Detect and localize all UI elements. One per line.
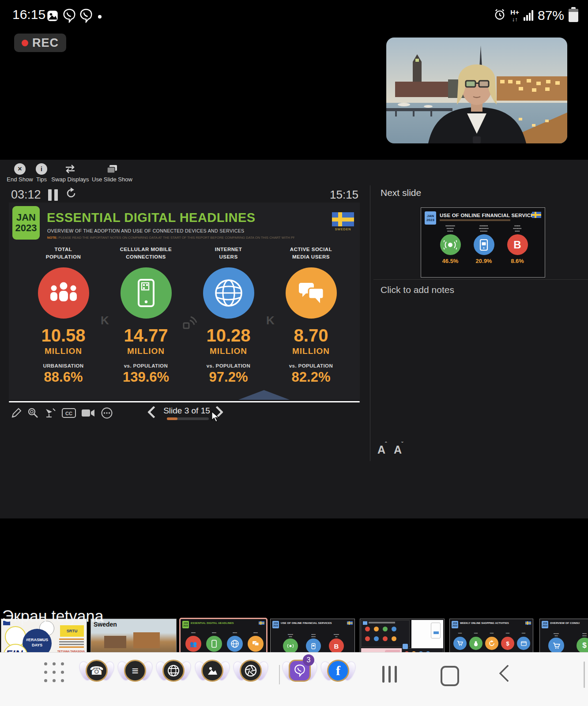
notes-divider — [373, 279, 588, 280]
next-slide-title: USE OF ONLINE FINANCIAL SERVICES — [440, 213, 538, 218]
camera-shutter-app-icon[interactable] — [236, 658, 265, 685]
contactless-payment-icon — [440, 234, 461, 255]
kepios-watermark-icon: K — [266, 314, 275, 327]
mobile-banking-icon — [474, 234, 494, 255]
facebook-app-icon[interactable]: f — [324, 658, 353, 685]
gsma-watermark-icon — [182, 315, 197, 333]
browser-globe-app-icon[interactable] — [159, 658, 188, 685]
globe-icon — [203, 267, 254, 319]
slide-progress-fill — [167, 417, 177, 420]
slide-corner-graphic — [238, 390, 290, 400]
notification-dot — [98, 15, 102, 19]
viber-app-icon[interactable]: 3 — [285, 658, 314, 685]
tips-button[interactable]: i Tips — [34, 163, 49, 183]
sweden-flag-icon — [259, 621, 264, 625]
srtu-badge: SRTU — [60, 625, 84, 637]
rec-label: REC — [32, 36, 59, 50]
edge-panel-handle[interactable] — [584, 661, 585, 688]
battery-percent: 87% — [538, 8, 564, 23]
swap-displays-button[interactable]: Swap Displays — [50, 163, 90, 183]
slide-subtitle: OVERVIEW OF THE ADOPTION AND USE OF CONN… — [47, 228, 244, 233]
slide-bottom-separator — [9, 401, 360, 402]
alarm-icon — [494, 8, 506, 23]
laser-pointer-tool-icon[interactable] — [44, 407, 57, 421]
sweden-flag-icon — [525, 621, 531, 625]
kepios-watermark-icon: K — [101, 314, 109, 327]
slide-position-label: Slide 3 of 15 — [162, 406, 211, 416]
stat-mobile-connections: CELLULAR MOBILECONNECTIONS 14.77 MILLION… — [105, 246, 187, 385]
use-slide-show-icon — [90, 163, 134, 175]
font-decrease-button[interactable]: Aˇ — [394, 443, 403, 456]
rec-red-dot — [22, 40, 28, 46]
viber-notification-icon — [63, 9, 76, 25]
video-camera-icon[interactable] — [81, 408, 95, 420]
android-nav-bar: ☎ ≡ 3 f — [0, 652, 588, 706]
gallery-app-icon[interactable] — [198, 658, 227, 685]
next-slide-header: Next slide — [381, 188, 421, 198]
elapsed-timer: 03:12 — [11, 188, 41, 202]
stat-total-population: TOTALPOPULATION 10.58 MILLION URBANISATI… — [22, 246, 105, 385]
screen-record-badge[interactable]: REC — [14, 34, 66, 52]
app-drawer-icon[interactable] — [44, 662, 65, 683]
viber-notification-badge: 3 — [303, 654, 314, 666]
presenter-scene — [386, 38, 567, 143]
end-show-button[interactable]: × End Show — [5, 163, 34, 183]
next-stat-contactless: ■■■■■■■■■■■■■■■■■■■ 46.5% — [433, 225, 467, 264]
use-slide-show-button[interactable]: Use Slide Show — [90, 163, 134, 183]
next-stat-cryptocurrency: ■■■■■■■■■■■■■■■■ B 8.6% — [501, 225, 534, 264]
screen: 16:15 H+↓↑ 87% REC — [0, 0, 588, 706]
gallery-notification-icon — [46, 10, 59, 24]
presenter-video[interactable] — [386, 38, 567, 143]
home-button[interactable] — [441, 666, 459, 686]
panel-divider — [370, 185, 370, 461]
screen-share-label: Экран tetyana — [2, 607, 104, 626]
font-increase-button[interactable]: Aˆ — [377, 443, 387, 456]
status-right-cluster: H+↓↑ 87% — [494, 8, 578, 23]
status-time: 16:15 — [12, 7, 45, 22]
closed-captions-icon[interactable]: CC — [62, 408, 76, 420]
slide-progress-track — [167, 417, 209, 420]
current-slide-canvas[interactable]: JAN2023 ESSENTIAL DIGITAL HEADLINES OVER… — [9, 203, 360, 400]
slide-note: NOTE: PLEASE READ THE IMPORTANT NOTES ON… — [47, 236, 294, 240]
pen-tool-icon[interactable] — [11, 407, 22, 421]
h-plus-network-icon: H+↓↑ — [510, 9, 519, 22]
mobile-phone-icon — [121, 267, 172, 319]
end-show-icon: × — [14, 163, 26, 175]
tips-icon: i — [36, 163, 47, 175]
stat-social-media-users: ACTIVE SOCIALMEDIA USERS 8.70 MILLION vs… — [270, 246, 352, 385]
swap-displays-icon — [50, 163, 90, 175]
next-slide-subtitle-blur — [440, 219, 510, 221]
svg-text:CC: CC — [65, 411, 72, 416]
people-icon — [38, 267, 89, 319]
messages-app-icon[interactable]: ≡ — [121, 658, 150, 685]
sweden-flag-label: SWEDEN — [332, 228, 354, 231]
mouse-cursor — [211, 411, 220, 423]
nav-separator — [279, 665, 280, 684]
notes-placeholder[interactable]: Click to add notes — [381, 285, 454, 295]
more-options-icon[interactable] — [101, 407, 113, 421]
back-button[interactable] — [499, 665, 516, 682]
slide-date-badge: JAN2023 — [12, 206, 40, 240]
sweden-flag-icon — [532, 212, 541, 218]
recents-button[interactable] — [382, 666, 397, 683]
next-slide-preview[interactable]: JAN2023 USE OF ONLINE FINANCIAL SERVICES… — [421, 207, 545, 278]
signal-strength-icon — [524, 10, 533, 21]
restart-timer-button[interactable] — [65, 187, 77, 203]
speech-bubbles-icon — [286, 267, 337, 319]
pause-timer-button[interactable] — [48, 189, 58, 201]
viber-notification-icon-2 — [79, 9, 93, 25]
magnifier-tool-icon[interactable] — [27, 407, 39, 421]
previous-slide-button[interactable] — [147, 406, 160, 418]
next-stat-mobile-banking: ■■■■■■■■■■■■■■■■■■■■■ 20.9% — [467, 225, 501, 264]
next-slide-date-badge: JAN2023 — [425, 211, 436, 225]
battery-icon — [569, 9, 578, 22]
slide-title: ESSENTIAL DIGITAL HEADLINES — [47, 210, 256, 225]
bitcoin-icon: B — [507, 234, 528, 255]
sweden-flag-icon — [347, 621, 353, 625]
presenter-view-stage: × End Show i Tips Swap Displays Use Slid… — [0, 160, 588, 518]
stat-internet-users: INTERNETUSERS 10.28 MILLION vs. POPULATI… — [187, 246, 270, 385]
sweden-flag-icon — [332, 212, 354, 226]
wall-clock: 15:15 — [330, 188, 358, 202]
phone-app-icon[interactable]: ☎ — [82, 658, 111, 685]
